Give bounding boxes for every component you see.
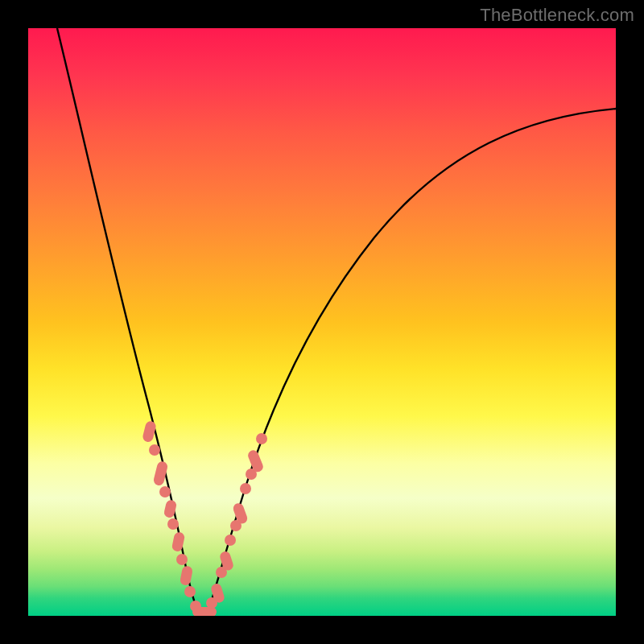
curve-layer [28,28,616,616]
svg-point-16 [225,535,236,546]
svg-rect-0 [142,420,157,443]
attribution-label: TheBottleneck.com [480,5,634,26]
svg-point-5 [167,518,179,530]
left-curve [57,28,200,615]
plot-area [28,28,616,616]
svg-point-7 [176,554,188,565]
svg-point-9 [184,586,196,597]
svg-rect-6 [171,531,186,552]
svg-rect-8 [180,565,193,586]
svg-point-3 [159,486,171,497]
right-curve [207,109,616,615]
chart-stage: TheBottleneck.com [0,0,644,644]
svg-point-22 [256,433,267,444]
svg-point-1 [149,444,160,456]
svg-point-19 [240,483,251,494]
